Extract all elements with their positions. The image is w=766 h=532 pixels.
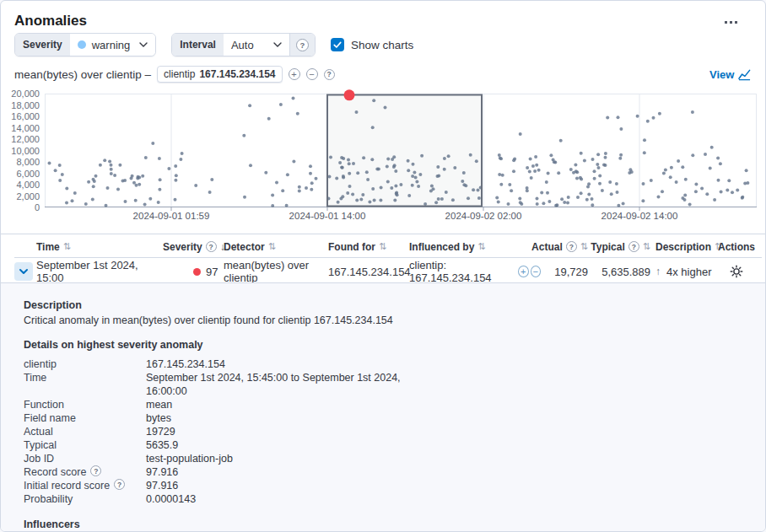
scatter-point <box>267 117 271 121</box>
filter-plus-icon[interactable]: + <box>518 266 528 277</box>
scatter-point <box>174 179 177 182</box>
cell-actual: 19,729 <box>541 266 588 278</box>
scatter-point <box>151 142 154 145</box>
collapse-row-button[interactable] <box>14 262 33 281</box>
show-charts-label: Show charts <box>351 39 413 51</box>
scatter-point <box>298 185 301 189</box>
x-axis-tick-label: 2024-09-02 14:00 <box>585 211 694 221</box>
row-details-panel: Description Critical anomaly in mean(byt… <box>1 282 766 532</box>
scatter-point <box>528 170 531 174</box>
scatter-point <box>713 198 716 202</box>
scatter-point <box>58 179 62 182</box>
scatter-point <box>194 184 197 187</box>
scatter-point <box>157 201 160 204</box>
scatter-point <box>531 164 535 168</box>
y-axis-tick-label: 2,000 <box>1 191 40 202</box>
interval-select[interactable]: Auto <box>224 34 289 56</box>
anomaly-marker[interactable] <box>344 89 355 100</box>
y-axis-tick-label: 0 <box>1 202 40 212</box>
cell-time: September 1st 2024, 15:00 <box>36 259 163 284</box>
scatter-point <box>641 199 645 202</box>
controls-bar: Severity warning Interval Auto ? Show ch… <box>14 33 413 56</box>
col-influenced-by[interactable]: Influenced by⇅ <box>409 241 541 253</box>
sort-icon: ⇅ <box>643 241 650 252</box>
col-detector[interactable]: Detector⇅ <box>224 241 328 253</box>
scatter-point <box>208 191 212 194</box>
table-row[interactable]: September 1st 2024, 15:00 97 mean(bytes)… <box>14 259 762 282</box>
col-time[interactable]: Time⇅ <box>36 241 163 253</box>
entity-value: 167.145.234.154 <box>199 68 275 80</box>
scatter-point <box>545 180 548 184</box>
scatter-point <box>547 171 550 175</box>
col-typical[interactable]: Typical?⇅ <box>588 241 650 253</box>
scatter-point <box>675 180 678 184</box>
scatter-point <box>684 178 688 181</box>
scatter-point <box>285 204 289 207</box>
scatter-point <box>596 153 600 156</box>
page-title: Anomalies <box>14 13 87 30</box>
panel-options-icon[interactable] <box>720 14 742 30</box>
scatter-point <box>118 164 121 167</box>
scatter-point <box>658 112 661 116</box>
scatter-point <box>575 177 579 180</box>
scatter-point <box>535 164 538 167</box>
x-axis-tick-label: 2024-09-01 14:00 <box>272 211 382 221</box>
scatter-point <box>669 175 672 179</box>
detail-row: Functionmean <box>24 398 766 411</box>
scatter-point <box>705 192 709 196</box>
col-severity[interactable]: Severity?↓ <box>163 241 224 253</box>
interval-control[interactable]: Interval Auto ? <box>171 33 316 56</box>
interval-value: Auto <box>231 39 254 51</box>
filter-plus-icon[interactable]: + <box>289 68 300 80</box>
x-axis-tick-label: 2024-09-02 02:00 <box>429 211 538 221</box>
scatter-point <box>108 159 111 163</box>
scatter-point <box>694 190 698 193</box>
scatter-point <box>65 187 68 191</box>
col-description[interactable]: Description⇅ <box>650 241 716 253</box>
interval-help[interactable]: ? <box>289 34 315 56</box>
scatter-point <box>554 204 558 207</box>
show-charts-checkbox[interactable]: Show charts <box>331 38 413 51</box>
scatter-point <box>54 169 57 172</box>
scatter-point <box>661 190 664 193</box>
scatter-point <box>719 162 722 165</box>
scatter-point <box>567 196 570 199</box>
y-axis-tick-label: 12,000 <box>1 134 40 144</box>
scatter-point <box>736 188 739 191</box>
scatter-point <box>116 188 120 191</box>
scatter-point <box>286 173 289 176</box>
scatter-point <box>593 177 596 180</box>
description-text: Critical anomaly in mean(bytes) over cli… <box>24 314 766 327</box>
view-link[interactable]: View <box>709 68 751 81</box>
scatter-point <box>103 159 106 162</box>
scatter-point <box>158 188 161 191</box>
filter-minus-icon[interactable]: − <box>531 266 541 277</box>
scatter-point <box>167 167 170 170</box>
scatter-point <box>604 164 607 167</box>
actions-gear-icon[interactable] <box>730 265 743 278</box>
scatter-point <box>572 171 575 175</box>
detail-row: Job IDtest-population-job <box>24 452 766 465</box>
question-icon[interactable]: ? <box>324 69 335 80</box>
col-actual[interactable]: Actual?⇅ <box>541 241 588 253</box>
scatter-point <box>87 180 90 184</box>
scatter-point <box>591 197 594 201</box>
scatter-point <box>616 191 619 194</box>
scatter-point <box>536 202 539 206</box>
scatter-point <box>546 191 549 195</box>
severity-control[interactable]: Severity warning <box>14 33 156 56</box>
scatter-point <box>210 178 213 181</box>
col-found-for[interactable]: Found for⇅ <box>328 241 409 253</box>
chart-selection-brush[interactable] <box>327 95 482 207</box>
scatter-point <box>497 200 500 203</box>
scatter-point <box>662 172 666 175</box>
anomaly-scatter-chart[interactable] <box>45 94 757 207</box>
entity-badge[interactable]: clientip 167.145.234.154 <box>157 66 282 83</box>
scatter-point <box>309 164 312 168</box>
scatter-point <box>580 191 583 195</box>
scatter-point <box>597 166 601 169</box>
scatter-point <box>691 110 694 114</box>
info-icon: ? <box>206 241 217 252</box>
severity-select[interactable]: warning <box>70 34 156 56</box>
filter-minus-icon[interactable]: − <box>306 68 318 80</box>
